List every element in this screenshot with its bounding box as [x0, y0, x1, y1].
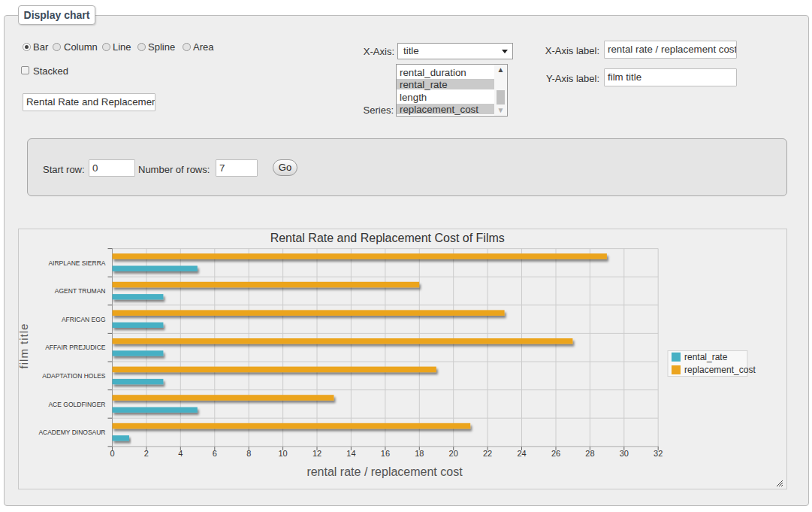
svg-text:Rental Rate and Replacement Co: Rental Rate and Replacement Cost of Film…: [270, 232, 505, 244]
svg-text:AGENT TRUMAN: AGENT TRUMAN: [55, 287, 106, 295]
svg-text:0: 0: [110, 449, 114, 458]
svg-text:18: 18: [415, 449, 424, 458]
svg-text:film title: film title: [19, 323, 30, 369]
svg-text:22: 22: [483, 449, 492, 458]
svg-text:20: 20: [449, 449, 458, 458]
svg-text:26: 26: [551, 449, 560, 458]
svg-text:10: 10: [278, 449, 287, 458]
svg-text:28: 28: [585, 449, 594, 458]
svg-text:8: 8: [246, 449, 251, 458]
svg-text:AFFAIR PREJUDICE: AFFAIR PREJUDICE: [45, 344, 106, 351]
svg-text:AIRPLANE SIERRA: AIRPLANE SIERRA: [48, 259, 105, 267]
svg-text:12: 12: [312, 449, 321, 458]
svg-text:ACADEMY DINOSAUR: ACADEMY DINOSAUR: [38, 429, 105, 436]
svg-text:replacement_cost: replacement_cost: [684, 365, 756, 375]
svg-text:ADAPTATION HOLES: ADAPTATION HOLES: [42, 372, 106, 380]
svg-text:32: 32: [654, 449, 663, 458]
svg-text:4: 4: [178, 449, 183, 458]
svg-text:rental_rate: rental_rate: [684, 352, 728, 362]
svg-text:14: 14: [346, 449, 355, 458]
svg-text:30: 30: [620, 449, 629, 458]
svg-text:ACE GOLDFINGER: ACE GOLDFINGER: [48, 401, 105, 408]
svg-text:rental rate / replacement cost: rental rate / replacement cost: [306, 465, 463, 478]
svg-text:24: 24: [517, 449, 526, 458]
svg-text:16: 16: [381, 449, 390, 458]
svg-text:6: 6: [213, 449, 217, 458]
svg-text:AFRICAN EGG: AFRICAN EGG: [62, 316, 106, 323]
svg-text:2: 2: [144, 449, 149, 458]
